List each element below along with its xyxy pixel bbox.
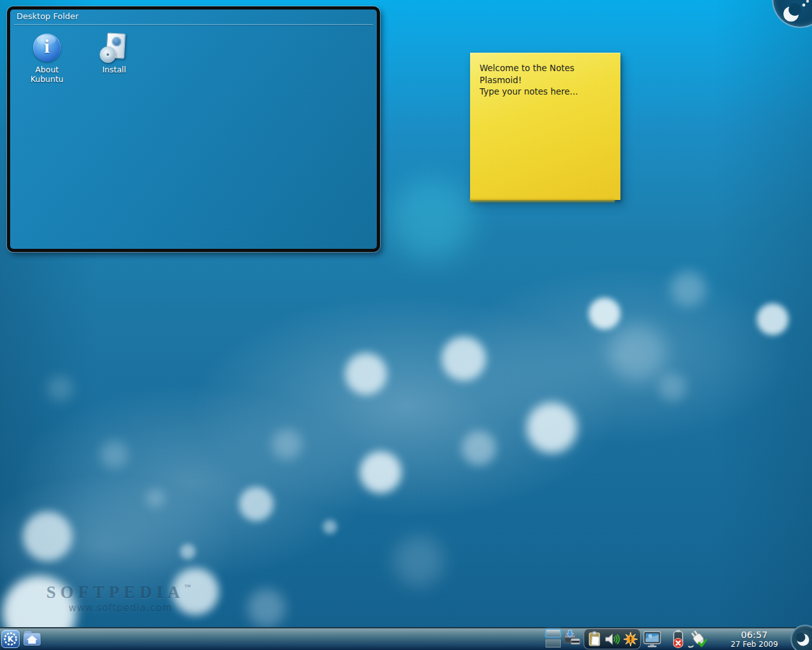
panel-toolbox-cashew[interactable] (790, 625, 812, 650)
taskbar-panel: K (0, 627, 812, 650)
icon-label: Install (88, 65, 141, 74)
bokeh-circle (442, 336, 486, 381)
bokeh-circle (462, 431, 496, 465)
notes-line-1: Welcome to the Notes Plasmoid! (480, 62, 612, 86)
bokeh-circle (23, 512, 72, 561)
desktop-pager[interactable] (546, 629, 562, 649)
watermark-text: SOFTPEDIA (46, 583, 185, 602)
about-kubuntu-icon: i (32, 32, 62, 63)
folder-icon (23, 633, 41, 646)
bokeh-circle (323, 520, 337, 534)
device-notifier-icon[interactable] (563, 630, 581, 647)
cashew-icon (778, 0, 812, 29)
clock-time: 06:57 (724, 630, 784, 640)
watermark-tm: ™ (185, 583, 191, 590)
svg-text:K: K (8, 634, 15, 644)
pager-desktop-1-active[interactable] (546, 629, 561, 637)
icon-label: About Kubuntu (20, 65, 74, 84)
cashew-icon (795, 632, 811, 648)
battery-missing-icon[interactable] (670, 629, 686, 649)
desktop: SOFTPEDIA™ www.softpedia.com Desktop Fol… (0, 0, 812, 650)
power-plug-icon[interactable] (687, 629, 709, 649)
desktop-icon-about-kubuntu[interactable]: i About Kubuntu (20, 32, 74, 84)
title-separator (14, 24, 373, 25)
bokeh-circle (671, 271, 706, 307)
display-settings-icon[interactable] (643, 630, 662, 649)
svg-text:!: ! (629, 635, 632, 644)
kmenu-button[interactable]: K (1, 630, 20, 648)
bokeh-circle (48, 376, 73, 401)
bokeh-circle (527, 402, 577, 453)
bokeh-circle (180, 544, 195, 559)
bokeh-circle (589, 298, 620, 329)
volume-icon[interactable] (604, 631, 620, 647)
bokeh-circle (247, 589, 285, 627)
bokeh-circle (658, 373, 686, 401)
klipper-clipboard-icon[interactable] (586, 631, 603, 647)
clock-date: 27 Feb 2009 (724, 640, 784, 649)
notes-line-2: Type your notes here... (480, 86, 612, 98)
notes-plasmoid[interactable]: Welcome to the Notes Plasmoid! Type your… (470, 53, 620, 200)
crash-notification-icon[interactable]: ! (622, 631, 639, 647)
bokeh-circle (757, 303, 789, 335)
watermark-title: SOFTPEDIA™ (46, 583, 191, 602)
bokeh-circle (272, 429, 302, 460)
bokeh-circle (239, 487, 273, 521)
desktop-toolbox-cashew[interactable] (772, 0, 812, 28)
bokeh-circle (100, 441, 128, 468)
notes-text[interactable]: Welcome to the Notes Plasmoid! Type your… (470, 53, 620, 98)
bokeh-circle (390, 178, 473, 260)
bokeh-circle (146, 489, 165, 508)
bokeh-circle (345, 353, 387, 395)
digital-clock[interactable]: 06:57 27 Feb 2009 (724, 630, 784, 649)
watermark-url: www.softpedia.com (69, 602, 173, 614)
desktop-folder-widget: Desktop Folder i About Kubuntu Install (7, 6, 380, 252)
bokeh-circle (609, 324, 666, 381)
bokeh-circle (360, 451, 402, 493)
desktop-icon-install[interactable]: Install (88, 32, 141, 74)
install-icon (99, 32, 129, 63)
desktop-folder-title: Desktop Folder (16, 11, 79, 21)
home-folder-button[interactable] (23, 631, 41, 646)
kde-logo-icon: K (2, 630, 19, 647)
system-tray: ! (584, 628, 641, 649)
bokeh-circle (393, 536, 444, 587)
pager-desktop-2[interactable] (546, 639, 561, 647)
